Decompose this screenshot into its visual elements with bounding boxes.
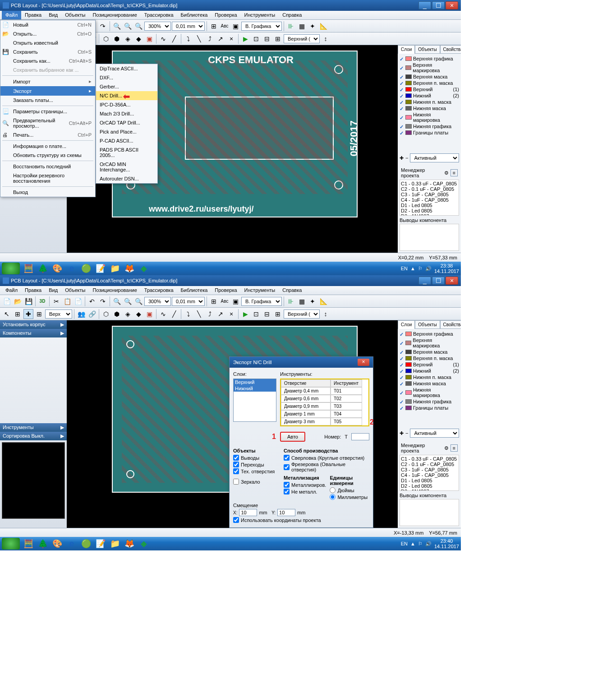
chk-mill[interactable]: [284, 464, 290, 470]
tool-icon[interactable]: ⤵: [183, 34, 193, 44]
remove-icon[interactable]: −: [405, 430, 408, 436]
tool-icon[interactable]: ⤵: [183, 309, 193, 319]
maximize-button[interactable]: ☐: [432, 277, 445, 285]
open-icon[interactable]: 📂: [13, 296, 23, 306]
menu-help[interactable]: Справка: [279, 286, 305, 295]
new-icon[interactable]: 📄: [2, 296, 12, 306]
tray-icon[interactable]: ▲: [410, 541, 415, 546]
taskbar-icon[interactable]: 🦊: [124, 538, 135, 550]
menu-help[interactable]: Справка: [279, 11, 305, 19]
layer-icon[interactable]: ▣: [230, 296, 240, 306]
submenu-orcad-min[interactable]: OrCAD MIN Interchange...: [96, 160, 157, 174]
menu-item-saveas[interactable]: Сохранить как...Ctrl+Alt+S: [0, 56, 95, 65]
grid-icon[interactable]: ⊞: [209, 21, 219, 31]
offset-x-input[interactable]: [239, 509, 257, 516]
layer-item[interactable]: Нижняя п. маска: [413, 374, 451, 380]
component-list[interactable]: C1 - 0.33 uF - CAP_0805 C2 - 0.1 uF - CA…: [400, 180, 459, 216]
menu-item-save[interactable]: 💾СохранитьCtrl+S: [0, 47, 95, 56]
menu-routing[interactable]: Трассировка: [141, 286, 177, 295]
menu-item-open-known[interactable]: Открыть известный: [0, 38, 95, 47]
menu-check[interactable]: Проверка: [211, 11, 240, 19]
tool-icon[interactable]: ▣: [144, 34, 154, 44]
tool-icon[interactable]: ◆: [133, 34, 143, 44]
zoomout-icon[interactable]: 🔍: [112, 21, 122, 31]
chk-drill[interactable]: [284, 455, 290, 461]
menu-item-export[interactable]: Экспорт▸: [0, 86, 95, 96]
chk-unplated[interactable]: [284, 489, 290, 494]
tray-icon[interactable]: 🔊: [425, 541, 432, 547]
minimize-button[interactable]: _: [418, 277, 431, 285]
tool-icon[interactable]: ⊡: [251, 309, 261, 319]
play-icon[interactable]: ▶: [240, 34, 250, 44]
layer-item[interactable]: Нижняя маркировка: [413, 112, 459, 123]
taskbar-icon[interactable]: e: [66, 263, 78, 274]
menu-item-import[interactable]: Импорт▸: [0, 77, 95, 86]
tool-icon[interactable]: ↕: [321, 309, 331, 319]
submenu-gerber[interactable]: Gerber...: [96, 82, 157, 91]
zoomfit-icon[interactable]: 🔍: [133, 296, 143, 306]
menu-edit[interactable]: Правка: [21, 11, 45, 19]
tool-icon[interactable]: ╱: [169, 309, 179, 319]
taskbar-icon[interactable]: e: [66, 538, 78, 550]
menu-check[interactable]: Проверка: [211, 286, 240, 295]
layer-item[interactable]: Нижний: [413, 93, 431, 98]
menu-routing[interactable]: Трассировка: [141, 11, 177, 19]
tray-icon[interactable]: ▲: [410, 266, 415, 271]
zoomfit-icon[interactable]: 🔍: [133, 21, 143, 31]
tool-icon[interactable]: ⊪: [286, 296, 296, 306]
tool-icon[interactable]: ⊞: [34, 309, 44, 319]
taskbar-icon[interactable]: 🧮: [23, 538, 34, 550]
menu-tools[interactable]: Инструменты: [241, 11, 279, 19]
minimize-button[interactable]: _: [418, 1, 431, 9]
tab-objects[interactable]: Объекты: [415, 320, 440, 329]
submenu-mach[interactable]: Mach 2/3 Drill...: [96, 109, 157, 118]
lang-indicator[interactable]: EN: [401, 266, 408, 271]
remove-icon[interactable]: −: [405, 155, 408, 161]
close-button[interactable]: ×: [446, 1, 458, 9]
layer-item[interactable]: Верхняя графика: [413, 56, 453, 61]
tab-props[interactable]: Свойства: [440, 320, 461, 329]
layer-select[interactable]: Верхний (1): [284, 310, 320, 319]
chk-vias[interactable]: [233, 462, 239, 467]
zoom-select[interactable]: 300%: [144, 297, 171, 306]
menu-item-open[interactable]: 📂Открыть...Ctrl+O: [0, 29, 95, 38]
tool-icon[interactable]: ✚: [23, 309, 33, 319]
viewmode-select[interactable]: В. Графика: [241, 297, 282, 306]
taskbar-icon[interactable]: 🌲: [37, 538, 49, 550]
layer-item[interactable]: Верхняя п. маска: [413, 80, 453, 86]
taskbar-icon[interactable]: 🟢: [80, 263, 92, 274]
text-icon[interactable]: Авс: [220, 296, 230, 306]
tool-icon[interactable]: ⤴: [205, 34, 215, 44]
maximize-button[interactable]: ☐: [432, 1, 445, 9]
layer-item[interactable]: Нижняя маска: [413, 381, 446, 386]
paste-icon[interactable]: 📄: [73, 296, 83, 306]
taskbar-icon[interactable]: 🦊: [124, 263, 135, 274]
view3d-icon[interactable]: 3D: [37, 296, 47, 306]
tool-icon[interactable]: ↗: [216, 34, 225, 44]
radio-mm[interactable]: [330, 494, 336, 500]
tray-icon[interactable]: ⚐: [418, 541, 423, 547]
add-icon[interactable]: ✚: [400, 430, 404, 436]
layer-item[interactable]: Нижний: [413, 368, 431, 374]
layer-top-select[interactable]: Верх: [45, 310, 72, 319]
tool-icon[interactable]: ▦: [297, 296, 307, 306]
tool-icon[interactable]: ╲: [194, 34, 204, 44]
mode-select[interactable]: Активный: [410, 429, 459, 438]
menu-item-order[interactable]: Заказать платы...: [0, 96, 95, 105]
tool-icon[interactable]: ⬢: [112, 309, 122, 319]
tool-icon[interactable]: ⊞: [273, 34, 283, 44]
menu-library[interactable]: Библиотека: [177, 11, 211, 19]
start-button[interactable]: [2, 538, 20, 550]
lang-indicator[interactable]: EN: [401, 541, 408, 546]
tool-icon[interactable]: 📐: [318, 21, 328, 31]
clock-time[interactable]: 23:38: [434, 263, 459, 268]
tray-icon[interactable]: 🔊: [425, 266, 432, 272]
close-button[interactable]: ×: [446, 277, 458, 285]
tool-icon[interactable]: ⬢: [112, 34, 122, 44]
menu-file[interactable]: Файл: [2, 286, 21, 295]
tool-icon[interactable]: ✦: [308, 296, 317, 306]
clock-time[interactable]: 23:40: [434, 538, 459, 544]
tool-icon[interactable]: ◆: [133, 309, 143, 319]
layer-item[interactable]: Нижняя маркировка: [413, 387, 459, 398]
tool-icon[interactable]: ⤴: [205, 309, 215, 319]
